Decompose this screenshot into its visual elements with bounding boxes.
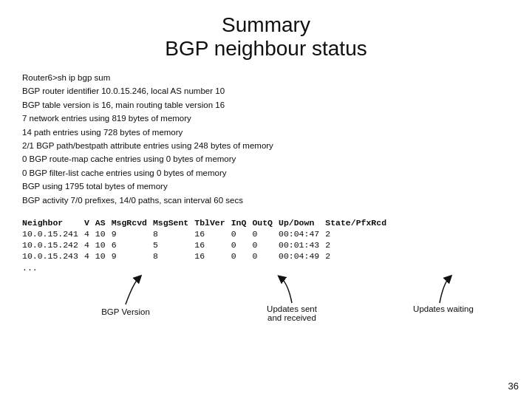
table-section: NeighborVASMsgRcvdMsgSentTblVerInQOutQUp… <box>22 217 510 273</box>
info-line: 0 BGP route-map cache entries using 0 by… <box>22 152 510 166</box>
table-cell: 0 <box>231 228 253 239</box>
table-row: 10.0.15.24341098160000:04:492 <box>22 250 392 262</box>
table-cell <box>153 262 194 273</box>
table-row: 10.0.15.24141098160000:04:472 <box>22 228 392 239</box>
table-cell: 10.0.15.241 <box>22 228 84 239</box>
table-header: MsgRcvd <box>112 217 153 228</box>
table-cell: 10.0.15.242 <box>22 239 84 250</box>
table-row: ... <box>22 262 392 273</box>
table-header: MsgSent <box>153 217 194 228</box>
table-header: V <box>84 217 95 228</box>
table-cell: 4 <box>84 239 95 250</box>
table-cell: 8 <box>153 250 194 262</box>
table-header: InQ <box>231 217 253 228</box>
title-line2: BGP neighbour status <box>22 37 510 61</box>
table-cell: 00:04:49 <box>279 250 325 262</box>
table-cell: 9 <box>112 250 153 262</box>
table-cell: 9 <box>112 228 153 239</box>
table-row: 10.0.15.24241065160000:01:432 <box>22 239 392 250</box>
table-cell: 0 <box>252 239 279 250</box>
slide-number: 36 <box>508 381 519 392</box>
table-header: OutQ <box>252 217 279 228</box>
table-cell <box>252 262 279 273</box>
table-cell: 0 <box>231 239 253 250</box>
info-line: Router6>sh ip bgp sum <box>22 71 510 84</box>
title-block: Summary BGP neighbour status <box>22 13 510 61</box>
page: Summary BGP neighbour status Router6>sh … <box>0 0 532 399</box>
table-cell <box>279 262 325 273</box>
table-cell: 16 <box>194 250 231 262</box>
info-line: 2/1 BGP path/bestpath attribute entries … <box>22 139 510 152</box>
table-cell <box>194 262 231 273</box>
table-cell: 16 <box>194 239 231 250</box>
table-cell <box>84 262 95 273</box>
table-cell: 00:01:43 <box>279 239 325 250</box>
info-line: BGP activity 7/0 prefixes, 14/0 paths, s… <box>22 194 510 207</box>
title-line1: Summary <box>22 13 510 37</box>
table-cell: 5 <box>153 239 194 250</box>
table-header: AS <box>95 217 112 228</box>
table-cell <box>112 262 153 273</box>
table-cell: 4 <box>84 228 95 239</box>
updates-waiting-label: Updates waiting <box>399 304 488 313</box>
annotations: BGP Version Updates sent and received Up… <box>22 276 510 335</box>
table-cell <box>231 262 253 273</box>
table-cell: 4 <box>84 250 95 262</box>
table-header: TblVer <box>194 217 231 228</box>
table-cell <box>95 262 112 273</box>
table-cell: 0 <box>252 228 279 239</box>
table-cell: 10.0.15.243 <box>22 250 84 262</box>
table-cell: 0 <box>252 250 279 262</box>
info-block: Router6>sh ip bgp sumBGP router identifi… <box>22 71 510 207</box>
bgp-version-label: BGP Version <box>92 307 159 316</box>
table-cell: 10 <box>95 228 112 239</box>
bgp-table: NeighborVASMsgRcvdMsgSentTblVerInQOutQUp… <box>22 217 392 273</box>
table-cell: 10 <box>95 239 112 250</box>
table-cell: 2 <box>325 239 392 250</box>
info-line: BGP router identifier 10.0.15.246, local… <box>22 84 510 98</box>
table-cell: 0 <box>231 250 253 262</box>
info-line: 7 network entries using 819 bytes of mem… <box>22 112 510 125</box>
table-header: Up/Down <box>279 217 325 228</box>
table-header: Neighbor <box>22 217 84 228</box>
table-cell: 2 <box>325 250 392 262</box>
info-line: 0 BGP filter-list cache entries using 0 … <box>22 166 510 180</box>
table-cell: ... <box>22 262 84 273</box>
table-cell: 8 <box>153 228 194 239</box>
table-cell: 10 <box>95 250 112 262</box>
info-line: 14 path entries using 728 bytes of memor… <box>22 126 510 139</box>
table-cell: 2 <box>325 228 392 239</box>
table-cell: 00:04:47 <box>279 228 325 239</box>
table-cell: 6 <box>112 239 153 250</box>
table-header: State/PfxRcd <box>325 217 392 228</box>
info-line: BGP using 1795 total bytes of memory <box>22 180 510 193</box>
table-cell: 16 <box>194 228 231 239</box>
info-line: BGP table version is 16, main routing ta… <box>22 98 510 112</box>
updates-label: Updates sent and received <box>251 304 332 322</box>
table-cell <box>325 262 392 273</box>
